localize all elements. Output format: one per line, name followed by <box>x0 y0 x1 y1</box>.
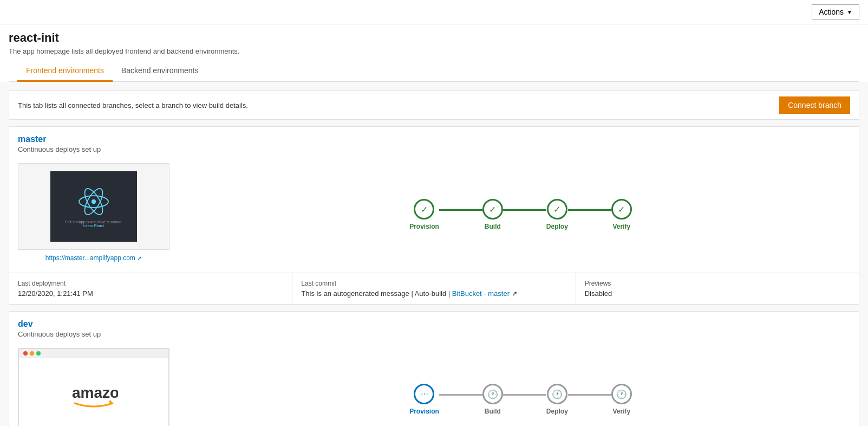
step-label-verify-dev: Verify <box>612 408 630 415</box>
step-circle-deploy-master: ✓ <box>547 199 567 220</box>
branch-bar: This tab lists all connected branches, s… <box>9 91 859 120</box>
clock-deploy-dev: 🕐 <box>552 389 563 399</box>
info-last-deployment-master: Last deployment 12/20/2020, 1:21:41 PM <box>9 273 292 304</box>
pipeline-dev: ⋯ Provision 🕐 Build 🕐 <box>191 384 850 415</box>
env-card-master: master Continuous deploys set up <box>9 126 859 305</box>
preview-box-dev: amazon <box>18 348 169 426</box>
deploy-status-dev: Continuous deploys set up <box>18 330 850 338</box>
preview-link-master[interactable]: https://master...amplifyapp.com ➚ <box>41 250 146 266</box>
amazon-preview-content: amazon <box>19 358 168 426</box>
connect-branch-button[interactable]: Connect branch <box>779 96 850 114</box>
env-card-info-master: Last deployment 12/20/2020, 1:21:41 PM L… <box>9 273 859 304</box>
dot-red-icon <box>23 351 28 356</box>
env-card-header-dev: dev Continuous deploys set up <box>9 312 859 341</box>
external-link-icon-master: ➚ <box>137 255 142 261</box>
tabs: Frontend environments Backend environmen… <box>17 61 851 81</box>
step-circle-build-master: ✓ <box>482 199 503 220</box>
branch-name-master[interactable]: master <box>18 134 850 144</box>
chevron-down-icon: ▼ <box>847 9 852 15</box>
last-commit-value-master: This is an autogenerated message | Auto-… <box>301 289 566 298</box>
pipeline-step-provision-master: ✓ Provision <box>409 199 439 230</box>
env-card-body-master: Edit src/App.js and save to reload. Lear… <box>9 157 859 266</box>
react-logo-icon <box>77 185 110 218</box>
dot-green-icon <box>36 351 41 356</box>
step-label-verify-master: Verify <box>612 223 630 230</box>
page-title: react-init <box>9 31 859 45</box>
step-label-build-dev: Build <box>485 408 501 415</box>
clock-verify-dev: 🕐 <box>616 389 627 399</box>
actions-label: Actions <box>819 8 844 16</box>
previews-label-master: Previews <box>585 280 850 287</box>
preview-container-master: Edit src/App.js and save to reload. Lear… <box>18 163 169 266</box>
pipeline-step-provision-dev: ⋯ Provision <box>409 384 439 415</box>
step-label-provision-master: Provision <box>409 223 439 230</box>
step-circle-verify-dev: 🕐 <box>611 384 632 404</box>
top-bar: Actions ▼ <box>0 0 868 24</box>
step-circle-build-dev: 🕐 <box>482 384 503 404</box>
dot-yellow-icon <box>30 351 34 356</box>
pipeline-line-3-master <box>568 209 611 211</box>
step-circle-deploy-dev: 🕐 <box>547 384 567 404</box>
page-header: react-init The app homepage lists all de… <box>0 24 868 82</box>
preview-box-master: Edit src/App.js and save to reload. Lear… <box>18 163 169 250</box>
step-label-provision-dev: Provision <box>409 408 439 415</box>
pipeline-line-1-master <box>439 209 482 211</box>
svg-point-3 <box>92 199 96 204</box>
step-circle-provision-master: ✓ <box>414 199 434 220</box>
amazon-logo-icon: amazon <box>69 383 118 410</box>
branch-name-dev[interactable]: dev <box>18 319 850 329</box>
info-previews-master: Previews Disabled <box>576 273 859 304</box>
step-circle-provision-dev: ⋯ <box>414 384 434 404</box>
pipeline-step-verify-master: ✓ Verify <box>611 199 632 230</box>
browser-bar-dev <box>19 349 168 358</box>
step-label-build-master: Build <box>485 223 501 230</box>
last-commit-label-master: Last commit <box>301 280 566 287</box>
last-deployment-value-master: 12/20/2020, 1:21:41 PM <box>18 289 283 298</box>
checkmark-verify-master: ✓ <box>618 204 625 215</box>
actions-button[interactable]: Actions ▼ <box>812 4 859 20</box>
react-logo-container: Edit src/App.js and save to reload. Lear… <box>65 185 122 228</box>
env-card-header-master: master Continuous deploys set up <box>9 127 859 157</box>
clock-build-dev: 🕐 <box>487 389 498 399</box>
bitbucket-link-master[interactable]: BitBucket - master <box>452 289 510 298</box>
svg-text:amazon: amazon <box>72 384 118 401</box>
external-icon-commit-master: ➚ <box>512 289 518 298</box>
tab-frontend[interactable]: Frontend environments <box>17 61 113 82</box>
tab-backend[interactable]: Backend environments <box>113 61 207 82</box>
checkmark-deploy-master: ✓ <box>553 204 560 215</box>
dots-provision-dev: ⋯ <box>421 390 428 398</box>
preview-image-master: Edit src/App.js and save to reload. Lear… <box>50 171 137 242</box>
pipeline-line-1-dev <box>439 394 482 396</box>
pipeline-step-build-master: ✓ Build <box>482 199 503 230</box>
step-label-deploy-dev: Deploy <box>546 408 568 415</box>
react-preview-text: Edit src/App.js and save to reload. <box>65 220 122 224</box>
page-subtitle: The app homepage lists all deployed fron… <box>9 47 859 55</box>
content-area: This tab lists all connected branches, s… <box>0 82 868 426</box>
info-last-commit-master: Last commit This is an autogenerated mes… <box>292 273 576 304</box>
step-label-deploy-master: Deploy <box>546 223 568 230</box>
checkmark-provision-master: ✓ <box>421 204 428 215</box>
pipeline-step-deploy-master: ✓ Deploy <box>546 199 568 230</box>
preview-image-dev: amazon <box>18 348 169 426</box>
env-card-body-dev: amazon https://dev...amplifyapp.com ➚ <box>9 341 859 426</box>
react-learn-text: Learn React <box>83 224 104 228</box>
pipeline-step-deploy-dev: 🕐 Deploy <box>546 384 568 415</box>
checkmark-build-master: ✓ <box>489 204 496 215</box>
pipeline-master: ✓ Provision ✓ Build ✓ <box>191 199 850 230</box>
step-circle-verify-master: ✓ <box>611 199 632 220</box>
pipeline-step-build-dev: 🕐 Build <box>482 384 503 415</box>
last-deployment-label-master: Last deployment <box>18 280 283 287</box>
pipeline-step-verify-dev: 🕐 Verify <box>611 384 632 415</box>
pipeline-line-3-dev <box>568 394 611 396</box>
preview-container-dev: amazon https://dev...amplifyapp.com ➚ <box>18 348 169 426</box>
pipeline-line-2-dev <box>503 394 546 396</box>
tabs-container: Frontend environments Backend environmen… <box>9 61 859 82</box>
env-card-dev: dev Continuous deploys set up <box>9 311 859 426</box>
previews-value-master: Disabled <box>585 289 850 298</box>
branch-bar-text: This tab lists all connected branches, s… <box>18 101 248 109</box>
deploy-status-master: Continuous deploys set up <box>18 145 850 153</box>
pipeline-line-2-master <box>503 209 546 211</box>
